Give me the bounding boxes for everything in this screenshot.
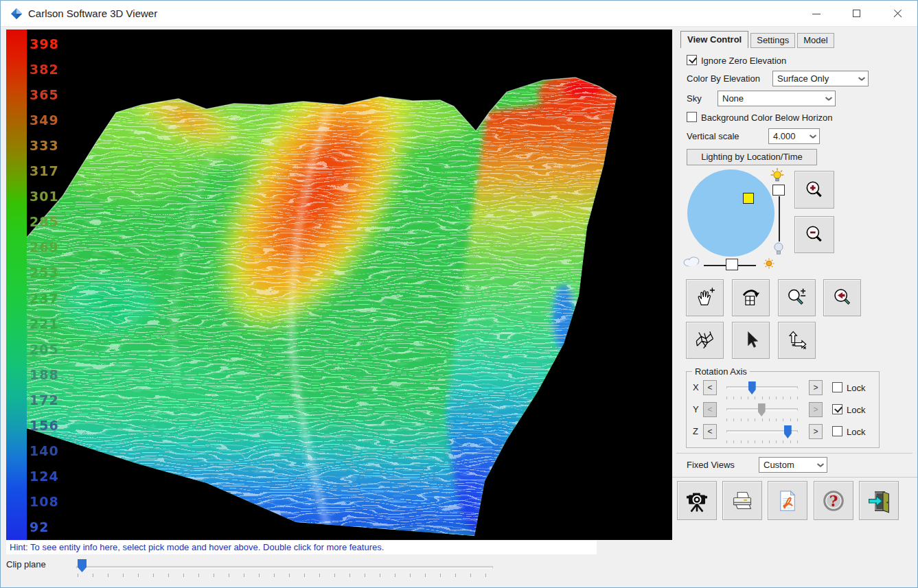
elevation-label: 317 xyxy=(30,163,59,178)
color-by-elevation-label: Color By Elevation xyxy=(687,73,760,84)
elevation-label: 156 xyxy=(30,418,59,433)
app-window: { "window": { "title": "Carlson Software… xyxy=(0,0,918,588)
ignore-zero-elevation-label: Ignore Zero Elevation xyxy=(701,56,786,66)
rotation-axis-title: Rotation Axis xyxy=(692,366,750,377)
screenshot-button[interactable] xyxy=(677,481,717,520)
select-tool-button[interactable] xyxy=(732,322,770,359)
cloud-sun-slider-handle[interactable] xyxy=(726,259,738,270)
pan-hand-icon xyxy=(695,287,715,308)
y-rotation-slider-handle[interactable] xyxy=(758,403,766,416)
3d-viewport[interactable]: 3983823653493333173012852692532372212051… xyxy=(6,30,672,540)
printer-icon xyxy=(731,489,754,513)
exit-door-icon xyxy=(867,489,891,513)
elevation-label: 365 xyxy=(30,87,59,102)
clip-plane-label: Clip plane xyxy=(6,559,46,569)
y-step-right-button[interactable]: > xyxy=(809,402,823,417)
x-rotation-slider-track[interactable] xyxy=(726,386,798,389)
z-lock-label: Lock xyxy=(847,427,865,437)
tab-settings[interactable]: Settings xyxy=(750,33,795,48)
zoom-in-icon xyxy=(803,179,825,201)
help-icon: ? xyxy=(821,489,846,513)
zoom-out-icon xyxy=(803,224,825,246)
rotate-view-button[interactable] xyxy=(732,279,770,316)
title-bar: Carlson Software 3D Viewer xyxy=(1,1,917,27)
x-rotation-slider-handle[interactable] xyxy=(748,381,756,395)
z-rotation-slider-handle[interactable] xyxy=(784,425,792,438)
print-button[interactable] xyxy=(722,481,762,520)
z-step-right-button[interactable]: > xyxy=(809,424,823,439)
light-intensity-slider-track[interactable] xyxy=(779,196,780,242)
rotate-icon xyxy=(741,287,761,308)
x-lock-label: Lock xyxy=(847,383,865,393)
fixed-views-dropdown[interactable]: Custom xyxy=(759,457,827,473)
elevation-label: 237 xyxy=(30,291,59,306)
pdf-document-icon xyxy=(776,489,799,513)
sun-position-handle[interactable] xyxy=(743,193,754,204)
ignore-zero-elevation-checkbox[interactable] xyxy=(687,55,697,65)
carlson-logo-icon xyxy=(10,8,23,20)
axis-x-label: X xyxy=(693,382,699,392)
cloud-icon xyxy=(682,255,701,268)
terrain-3d-view[interactable] xyxy=(6,30,672,540)
x-slider-ticks xyxy=(726,397,798,400)
light-on-icon xyxy=(770,167,785,183)
zoom-window-button[interactable] xyxy=(823,279,861,316)
clip-plane-slider-track[interactable] xyxy=(76,566,493,569)
z-rotation-slider-track[interactable] xyxy=(726,430,798,433)
y-step-left-button[interactable]: < xyxy=(703,402,717,417)
clip-plane-slider-handle[interactable] xyxy=(78,559,87,572)
chevron-down-icon xyxy=(817,463,823,469)
export-pdf-button[interactable] xyxy=(768,481,807,520)
maximize-button[interactable] xyxy=(841,1,873,27)
x-step-left-button[interactable]: < xyxy=(703,380,717,395)
minimize-button[interactable] xyxy=(801,1,832,27)
vertical-scale-label: Vertical scale xyxy=(687,131,739,141)
surface-mesh-tool-button[interactable] xyxy=(686,322,724,359)
elevation-colorbar xyxy=(6,30,27,540)
elevation-label: 349 xyxy=(30,113,59,128)
z-slider-ticks xyxy=(726,440,798,444)
axes-tool-button[interactable] xyxy=(778,322,816,359)
elevation-label: 140 xyxy=(30,443,59,458)
tab-view-control[interactable]: View Control xyxy=(680,31,748,48)
x-lock-checkbox[interactable] xyxy=(832,382,842,392)
y-lock-checkbox[interactable] xyxy=(832,404,842,414)
chevron-down-icon xyxy=(810,134,815,140)
x-step-right-button[interactable]: > xyxy=(809,380,823,395)
background-color-below-horizon-checkbox[interactable] xyxy=(687,112,697,122)
fixed-views-value: Custom xyxy=(764,460,794,470)
zoom-out-button[interactable] xyxy=(794,216,834,253)
rotation-axis-row-z: Z < > Lock xyxy=(687,424,880,446)
exit-button[interactable] xyxy=(859,481,899,520)
divider xyxy=(676,453,913,454)
clip-plane-row: Clip plane xyxy=(1,555,918,588)
clip-plane-ticks xyxy=(78,574,487,578)
z-lock-checkbox[interactable] xyxy=(832,426,842,436)
window-title: Carlson Software 3D Viewer xyxy=(28,8,157,19)
sky-value: None xyxy=(722,93,744,104)
zoom-plus-minus-icon xyxy=(787,287,807,308)
y-lock-label: Lock xyxy=(847,405,865,415)
lighting-by-location-time-button[interactable]: Lighting by Location/Time xyxy=(687,149,817,165)
zoom-in-out-tool-button[interactable] xyxy=(778,279,816,316)
sky-dropdown[interactable]: None xyxy=(718,91,836,106)
elevation-label: 124 xyxy=(30,469,59,484)
z-step-left-button[interactable]: < xyxy=(703,424,717,439)
rotation-axis-row-y: Y < > Lock xyxy=(687,402,880,424)
y-rotation-slider-track[interactable] xyxy=(726,408,798,411)
view-orientation-sphere[interactable] xyxy=(687,169,774,257)
close-button[interactable] xyxy=(882,1,913,27)
mesh-icon xyxy=(695,330,715,351)
panel-tabs: View ControlSettingsModel xyxy=(680,31,834,47)
elevation-label: 188 xyxy=(30,367,59,382)
control-panel: View ControlSettingsModel Ignore Zero El… xyxy=(672,30,918,555)
help-button[interactable]: ? xyxy=(814,481,853,520)
pan-tool-button[interactable] xyxy=(686,279,724,316)
tab-model[interactable]: Model xyxy=(797,33,834,48)
zoom-in-button[interactable] xyxy=(794,171,834,209)
light-intensity-slider-handle[interactable] xyxy=(772,185,785,196)
elevation-label: 221 xyxy=(30,316,59,331)
color-by-elevation-dropdown[interactable]: Surface Only xyxy=(772,71,869,86)
status-hint-bar: Hint: To see entity info here, select pi… xyxy=(6,541,597,554)
vertical-scale-dropdown[interactable]: 4.000 xyxy=(768,128,820,144)
